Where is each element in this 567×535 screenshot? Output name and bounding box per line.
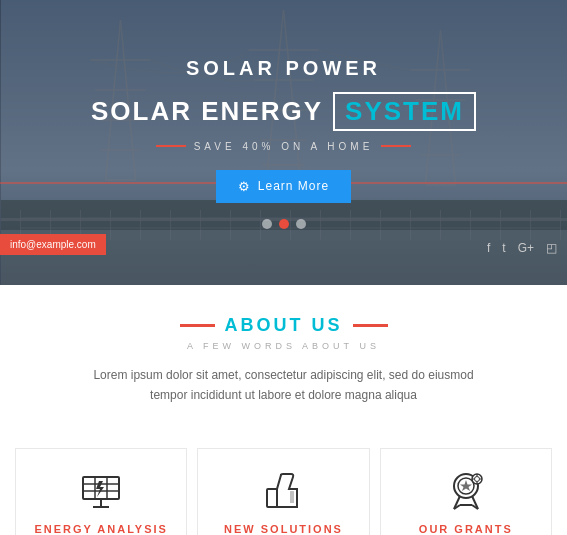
hero-section: SOLAR POWER SOLAR ENERGY SYSTEM SAVE 40%…	[0, 0, 567, 285]
subtitle-line-left	[156, 145, 186, 147]
learn-more-label: Learn More	[258, 179, 329, 193]
about-heading: ABOUT US	[40, 315, 527, 336]
hero-main-title: SOLAR ENERGY SYSTEM	[0, 92, 567, 131]
dot-3[interactable]	[296, 219, 306, 229]
hero-subtitle: SAVE 40% ON A HOME	[0, 141, 567, 152]
subtitle-line-right	[381, 145, 411, 147]
hero-subtitle-text: SAVE 40% ON A HOME	[194, 141, 374, 152]
svg-rect-56	[267, 489, 277, 507]
about-line-left	[180, 324, 215, 327]
about-line-right	[353, 324, 388, 327]
learn-more-button[interactable]: ⚙ Learn More	[216, 170, 351, 203]
hero-email[interactable]: info@example.com	[0, 234, 106, 255]
card-energy-title: ENERGY ANALYSIS	[30, 523, 172, 535]
svg-rect-57	[290, 491, 294, 503]
card-energy: ENERGY ANALYSIS Ut enim ad minim veniam,…	[15, 448, 187, 535]
social-googleplus[interactable]: G+	[518, 241, 534, 255]
cards-section: ENERGY ANALYSIS Ut enim ad minim veniam,…	[0, 448, 567, 535]
hero-main-blue-text: SYSTEM	[345, 96, 464, 126]
solutions-icon	[212, 469, 354, 513]
hero-social-links: f t G+ ◰	[487, 241, 557, 255]
social-twitter[interactable]: t	[502, 241, 505, 255]
about-section: ABOUT US A FEW WORDS ABOUT US Lorem ipsu…	[0, 285, 567, 448]
energy-icon	[30, 469, 172, 513]
card-solutions: NEW SOLUTIONS Ut enim ad minim veniam, q…	[197, 448, 369, 535]
gear-icon: ⚙	[238, 179, 251, 194]
hero-top-title: SOLAR POWER	[0, 57, 567, 80]
hero-content: SOLAR POWER SOLAR ENERGY SYSTEM SAVE 40%…	[0, 57, 567, 229]
svg-marker-60	[460, 480, 472, 491]
card-grants-title: OUR GRANTS	[395, 523, 537, 535]
hero-blue-box: SYSTEM	[333, 92, 476, 131]
hero-main-white-text: SOLAR ENERGY	[91, 96, 323, 127]
about-text: Lorem ipsum dolor sit amet, consectetur …	[74, 365, 494, 406]
card-solutions-title: NEW SOLUTIONS	[212, 523, 354, 535]
dot-2[interactable]	[279, 219, 289, 229]
grants-icon	[395, 469, 537, 513]
about-subtitle: A FEW WORDS ABOUT US	[40, 341, 527, 351]
social-facebook[interactable]: f	[487, 241, 490, 255]
dot-1[interactable]	[262, 219, 272, 229]
about-title: ABOUT US	[225, 315, 343, 336]
hero-carousel-dots	[0, 219, 567, 229]
social-rss[interactable]: ◰	[546, 241, 557, 255]
card-grants: OUR GRANTS Ut enim ad minim veniam, quis…	[380, 448, 552, 535]
